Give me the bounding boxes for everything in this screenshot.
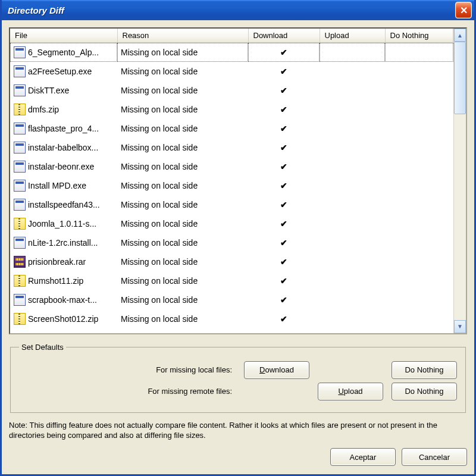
scroll-down-button[interactable]: ▼: [454, 320, 466, 333]
donothing-cell[interactable]: [385, 157, 453, 176]
exe-file-icon: [14, 161, 26, 173]
exe-file-icon: [14, 84, 26, 96]
exe-file-icon: [14, 65, 26, 77]
dialog-window: Directory Diff ✕ File Reason Download Up: [0, 0, 476, 476]
download-cell[interactable]: ✔: [248, 157, 320, 176]
upload-cell[interactable]: [320, 138, 385, 157]
upload-cell[interactable]: [320, 271, 385, 290]
upload-cell[interactable]: [320, 176, 385, 195]
reason-cell: Missing on local side: [117, 43, 248, 62]
download-cell[interactable]: ✔: [248, 214, 320, 233]
table-row[interactable]: instalar-babelbox...Missing on local sid…: [10, 138, 453, 157]
reason-cell: Missing on local side: [117, 252, 248, 271]
table-row[interactable]: instalar-beonr.exeMissing on local side✔: [10, 157, 453, 176]
donothing-cell[interactable]: [385, 309, 453, 328]
download-cell[interactable]: ✔: [248, 62, 320, 81]
donothing-cell[interactable]: [385, 100, 453, 119]
set-defaults-group: Set Defaults For missing local files: Do…: [10, 343, 466, 413]
col-upload[interactable]: Upload: [320, 29, 385, 43]
col-download[interactable]: Download: [248, 29, 320, 43]
reason-cell: Missing on local side: [117, 81, 248, 100]
default-local-download-button[interactable]: Download: [244, 361, 309, 379]
upload-cell[interactable]: [320, 62, 385, 81]
upload-cell[interactable]: [320, 233, 385, 252]
exe-file-icon: [14, 199, 26, 211]
donothing-cell[interactable]: [385, 81, 453, 100]
reason-cell: Missing on local side: [117, 138, 248, 157]
reason-cell: Missing on local side: [117, 195, 248, 214]
donothing-cell[interactable]: [385, 138, 453, 157]
table-row[interactable]: scrapbook-max-t...Missing on local side✔: [10, 290, 453, 309]
defaults-remote-row: For missing remote files: Upload Do Noth…: [19, 383, 457, 400]
file-name: Joomla_1.0.11-s...: [28, 219, 96, 228]
upload-cell[interactable]: [320, 290, 385, 309]
upload-cell[interactable]: [320, 100, 385, 119]
file-name: 6_Segmento_Alp...: [28, 48, 99, 57]
col-file[interactable]: File: [10, 29, 117, 43]
default-local-donothing-button[interactable]: Do Nothing: [392, 361, 457, 379]
download-cell[interactable]: ✔: [248, 252, 320, 271]
donothing-cell[interactable]: [385, 43, 453, 62]
donothing-cell[interactable]: [385, 252, 453, 271]
table-row[interactable]: a2FreeSetup.exeMissing on local side✔: [10, 62, 453, 81]
upload-cell[interactable]: [320, 81, 385, 100]
table-row[interactable]: 6_Segmento_Alp...Missing on local side✔: [10, 43, 453, 62]
download-cell[interactable]: ✔: [248, 290, 320, 309]
upload-cell[interactable]: [320, 43, 385, 62]
download-cell[interactable]: ✔: [248, 271, 320, 290]
table-row[interactable]: Rumshot11.zipMissing on local side✔: [10, 271, 453, 290]
titlebar[interactable]: Directory Diff ✕: [2, 0, 474, 20]
table-row[interactable]: installspeedfan43...Missing on local sid…: [10, 195, 453, 214]
upload-cell[interactable]: [320, 214, 385, 233]
upload-cell[interactable]: [320, 157, 385, 176]
close-button[interactable]: ✕: [455, 2, 472, 18]
donothing-cell[interactable]: [385, 119, 453, 138]
table-row[interactable]: dmfs.zipMissing on local side✔: [10, 100, 453, 119]
scroll-thumb[interactable]: [454, 42, 466, 114]
table-row[interactable]: prisionbreak.rarMissing on local side✔: [10, 252, 453, 271]
note-text: Note: This diffing feature does not actu…: [9, 420, 467, 441]
exe-file-icon: [14, 237, 26, 249]
default-remote-upload-button[interactable]: Upload: [318, 383, 383, 400]
upload-cell[interactable]: [320, 309, 385, 328]
scroll-up-button[interactable]: ▲: [454, 29, 466, 42]
donothing-cell[interactable]: [385, 290, 453, 309]
download-cell[interactable]: ✔: [248, 119, 320, 138]
client-area: File Reason Download Upload Do Nothing 6…: [2, 20, 474, 474]
table-row[interactable]: Install MPD.exeMissing on local side✔: [10, 176, 453, 195]
scroll-track[interactable]: [454, 42, 466, 320]
download-cell[interactable]: ✔: [248, 195, 320, 214]
table-row[interactable]: ScreenShot012.zipMissing on local side✔: [10, 309, 453, 328]
donothing-cell[interactable]: [385, 62, 453, 81]
table-row[interactable]: nLite-1.2rc.install...Missing on local s…: [10, 233, 453, 252]
upload-cell[interactable]: [320, 195, 385, 214]
download-cell[interactable]: ✔: [248, 309, 320, 328]
default-remote-donothing-button[interactable]: Do Nothing: [392, 383, 457, 400]
download-cell[interactable]: ✔: [248, 100, 320, 119]
file-list-table[interactable]: File Reason Download Upload Do Nothing 6…: [10, 29, 453, 333]
reason-cell: Missing on local side: [117, 271, 248, 290]
donothing-cell[interactable]: [385, 271, 453, 290]
col-donothing[interactable]: Do Nothing: [385, 29, 453, 43]
column-headers[interactable]: File Reason Download Upload Do Nothing: [10, 29, 453, 43]
download-cell[interactable]: ✔: [248, 81, 320, 100]
donothing-cell[interactable]: [385, 195, 453, 214]
download-cell[interactable]: ✔: [248, 138, 320, 157]
donothing-cell[interactable]: [385, 176, 453, 195]
upload-cell[interactable]: [320, 119, 385, 138]
upload-cell[interactable]: [320, 252, 385, 271]
accept-button[interactable]: Aceptar: [330, 448, 396, 466]
table-row[interactable]: Joomla_1.0.11-s...Missing on local side✔: [10, 214, 453, 233]
cancel-button[interactable]: Cancelar: [402, 448, 467, 466]
download-cell[interactable]: ✔: [248, 233, 320, 252]
download-cell[interactable]: ✔: [248, 176, 320, 195]
col-reason[interactable]: Reason: [117, 29, 248, 43]
table-row[interactable]: DiskTT.exeMissing on local side✔: [10, 81, 453, 100]
donothing-cell[interactable]: [385, 233, 453, 252]
defaults-local-label: For missing local files:: [101, 365, 232, 374]
download-cell[interactable]: ✔: [248, 43, 320, 62]
donothing-cell[interactable]: [385, 214, 453, 233]
vertical-scrollbar[interactable]: ▲ ▼: [453, 29, 466, 333]
exe-file-icon: [14, 180, 26, 192]
table-row[interactable]: flashpaste_pro_4...Missing on local side…: [10, 119, 453, 138]
